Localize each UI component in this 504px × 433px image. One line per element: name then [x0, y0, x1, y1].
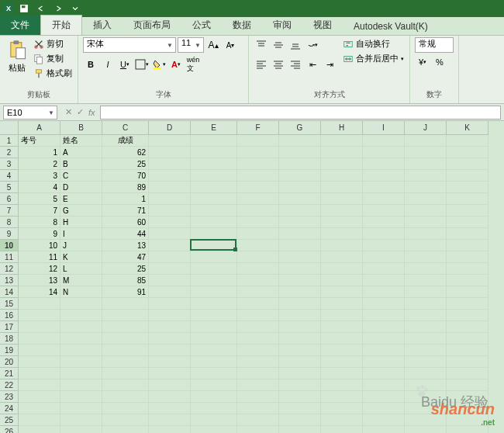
- cell-J20[interactable]: [405, 356, 447, 368]
- cell-H16[interactable]: [321, 310, 363, 321]
- percent-button[interactable]: %: [432, 54, 447, 70]
- cell-E6[interactable]: [191, 193, 237, 205]
- name-box[interactable]: E10▼: [3, 106, 57, 120]
- cell-C25[interactable]: [102, 414, 149, 426]
- cell-C16[interactable]: [102, 310, 149, 321]
- cell-G20[interactable]: [279, 356, 321, 368]
- cell-J26[interactable]: [405, 426, 447, 433]
- cell-E20[interactable]: [191, 356, 237, 368]
- cell-K16[interactable]: [447, 310, 488, 321]
- cell-K22[interactable]: [447, 379, 488, 391]
- cell-H4[interactable]: [321, 170, 363, 182]
- cell-I15[interactable]: [363, 298, 405, 310]
- cell-I12[interactable]: [363, 263, 405, 275]
- cell-F24[interactable]: [237, 403, 279, 414]
- cell-A3[interactable]: 2: [19, 158, 60, 170]
- cell-F7[interactable]: [237, 205, 279, 216]
- cell-I3[interactable]: [363, 158, 405, 170]
- row-header-23[interactable]: 23: [0, 391, 19, 403]
- col-header-F[interactable]: F: [237, 121, 279, 135]
- cell-G18[interactable]: [279, 333, 321, 345]
- cell-A19[interactable]: [19, 345, 60, 356]
- cell-A17[interactable]: [19, 321, 60, 333]
- cell-D20[interactable]: [149, 356, 191, 368]
- cell-I19[interactable]: [363, 345, 405, 356]
- cell-B20[interactable]: [60, 356, 102, 368]
- cell-I26[interactable]: [363, 426, 405, 433]
- phonetic-button[interactable]: wén文: [185, 57, 201, 72]
- cell-A21[interactable]: [19, 368, 60, 379]
- cell-A16[interactable]: [19, 310, 60, 321]
- col-header-E[interactable]: E: [191, 121, 237, 135]
- cell-C3[interactable]: 25: [102, 158, 149, 170]
- cell-K15[interactable]: [447, 298, 488, 310]
- cell-B18[interactable]: [60, 333, 102, 345]
- row-header-14[interactable]: 14: [0, 286, 19, 298]
- cell-F21[interactable]: [237, 368, 279, 379]
- save-button[interactable]: [17, 2, 31, 16]
- row-header-12[interactable]: 12: [0, 263, 19, 275]
- cell-B3[interactable]: B: [60, 158, 102, 170]
- col-header-C[interactable]: C: [102, 121, 149, 135]
- cell-A20[interactable]: [19, 356, 60, 368]
- cell-I24[interactable]: [363, 403, 405, 414]
- cell-A13[interactable]: 13: [19, 275, 60, 286]
- cell-D14[interactable]: [149, 286, 191, 298]
- cancel-formula-icon[interactable]: ✕: [65, 107, 72, 117]
- row-header-21[interactable]: 21: [0, 368, 19, 379]
- cell-E23[interactable]: [191, 391, 237, 403]
- fill-color-button[interactable]: ▾: [151, 57, 167, 72]
- cell-E8[interactable]: [191, 216, 237, 228]
- col-header-H[interactable]: H: [321, 121, 363, 135]
- number-format-select[interactable]: 常规: [415, 37, 454, 53]
- cell-E21[interactable]: [191, 368, 237, 379]
- cell-F26[interactable]: [237, 426, 279, 433]
- cell-G22[interactable]: [279, 379, 321, 391]
- cell-H22[interactable]: [321, 379, 363, 391]
- select-all-corner[interactable]: [0, 121, 19, 135]
- row-header-22[interactable]: 22: [0, 379, 19, 391]
- cell-D2[interactable]: [149, 147, 191, 158]
- cell-B7[interactable]: G: [60, 205, 102, 216]
- row-header-24[interactable]: 24: [0, 403, 19, 414]
- cell-F6[interactable]: [237, 193, 279, 205]
- cell-K8[interactable]: [447, 216, 488, 228]
- cell-D7[interactable]: [149, 205, 191, 216]
- cell-J17[interactable]: [405, 321, 447, 333]
- cell-D16[interactable]: [149, 310, 191, 321]
- cell-A14[interactable]: 14: [19, 286, 60, 298]
- tab-vault[interactable]: Autodesk Vault(K): [343, 18, 439, 35]
- tab-home[interactable]: 开始: [40, 15, 82, 35]
- cell-E7[interactable]: [191, 205, 237, 216]
- row-header-4[interactable]: 4: [0, 170, 19, 182]
- cell-F22[interactable]: [237, 379, 279, 391]
- cell-I6[interactable]: [363, 193, 405, 205]
- col-header-I[interactable]: I: [363, 121, 405, 135]
- cell-B5[interactable]: D: [60, 182, 102, 193]
- cell-H12[interactable]: [321, 263, 363, 275]
- cell-K20[interactable]: [447, 356, 488, 368]
- cell-C15[interactable]: [102, 298, 149, 310]
- cell-J19[interactable]: [405, 345, 447, 356]
- cell-D9[interactable]: [149, 228, 191, 240]
- cell-H2[interactable]: [321, 147, 363, 158]
- cell-H17[interactable]: [321, 321, 363, 333]
- cell-E13[interactable]: [191, 275, 237, 286]
- cell-H18[interactable]: [321, 333, 363, 345]
- cell-E3[interactable]: [191, 158, 237, 170]
- row-header-6[interactable]: 6: [0, 193, 19, 205]
- cell-K3[interactable]: [447, 158, 488, 170]
- cell-D5[interactable]: [149, 182, 191, 193]
- cell-E22[interactable]: [191, 379, 237, 391]
- align-middle-button[interactable]: [271, 37, 286, 53]
- cell-K11[interactable]: [447, 251, 488, 263]
- orientation-button[interactable]: ⤻▾: [305, 37, 320, 53]
- cell-G24[interactable]: [279, 403, 321, 414]
- cell-A6[interactable]: 5: [19, 193, 60, 205]
- cell-F20[interactable]: [237, 356, 279, 368]
- cell-A11[interactable]: 11: [19, 251, 60, 263]
- cell-K13[interactable]: [447, 275, 488, 286]
- cell-H26[interactable]: [321, 426, 363, 433]
- align-bottom-button[interactable]: [288, 37, 303, 53]
- cell-B8[interactable]: H: [60, 216, 102, 228]
